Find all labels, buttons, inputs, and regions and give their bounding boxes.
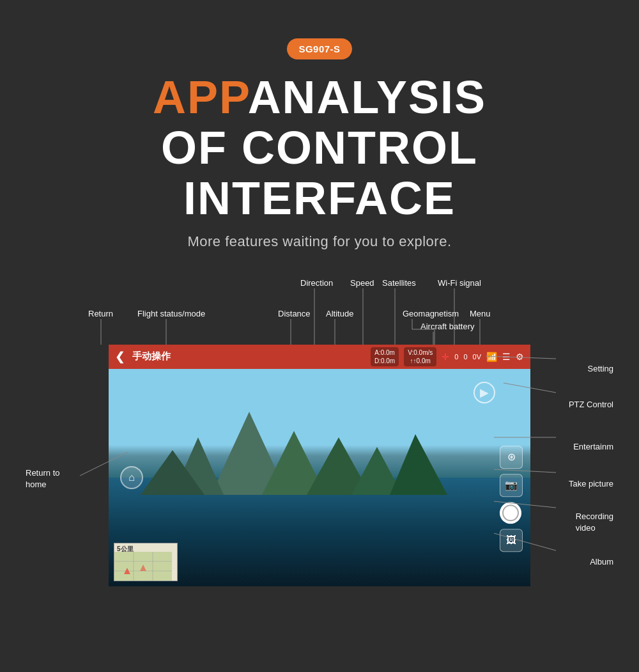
app-title-cn: 手动操作 (132, 350, 366, 363)
ptz-inner-icon: ▶ (480, 386, 489, 400)
ann-geomagnetism: Geomagnetism (403, 309, 459, 318)
status-group-v: V:0.0m/s ↑↑0.0m (404, 347, 436, 366)
title-line2: OF CONTROL INTERFACE (161, 122, 478, 224)
mountains-svg (109, 399, 530, 495)
ann-setting: Setting (588, 364, 613, 373)
ann-flight-mode: Flight status/mode (137, 309, 205, 318)
ann-ptz: PTZ Control (569, 400, 613, 409)
ann-record-video: Recordingvideo (576, 511, 613, 534)
record-video-button[interactable] (500, 502, 521, 524)
gps-icon: ✛ (442, 352, 449, 362)
ann-wifi: Wi-Fi signal (438, 278, 481, 288)
satellite-icon: 0 (454, 353, 458, 361)
return-home-button[interactable]: ⌂ (120, 466, 143, 489)
subtitle: More features waiting for you to explore… (26, 233, 613, 250)
home-icon: ⌂ (128, 472, 135, 483)
album-icon: 🖼 (506, 535, 516, 546)
ann-satellites: Satellites (382, 278, 416, 288)
ann-aircraft-battery: Aircraft battery (420, 322, 475, 331)
entertainment-icon: ⊛ (507, 451, 516, 463)
diagram-total: Direction Speed Satellites Wi-Fi signal (26, 276, 613, 672)
entertainment-button[interactable]: ⊛ (500, 446, 523, 469)
battery-label: 0V (473, 353, 481, 361)
top-row2-annotations: Return Flight status/mode Distance Altit… (26, 304, 613, 336)
ann-speed: Speed (350, 278, 374, 288)
title-part2: ANALYSIS (248, 72, 486, 123)
top-row1-annotations: Direction Speed Satellites Wi-Fi signal (26, 276, 613, 308)
take-picture-button[interactable]: 📷 (500, 474, 523, 497)
back-button[interactable]: ❮ (115, 350, 125, 364)
gear-icon: ⚙ (516, 352, 524, 362)
phone-frame: ❮ 手动操作 A:0.0m D:0.0m V:0.0m/s ↑↑0.0m (109, 345, 530, 586)
app-topbar: ❮ 手动操作 A:0.0m D:0.0m V:0.0m/s ↑↑0.0m (109, 345, 530, 369)
ann-direction: Direction (300, 278, 333, 288)
map-grid-svg (114, 552, 172, 581)
camera-icon: 📷 (505, 479, 518, 491)
ann-take-picture: Take picture (569, 479, 613, 488)
ann-return-home: Return tohome (26, 467, 59, 490)
list-icon: ☰ (502, 352, 511, 362)
zero-icon: 0 (463, 353, 467, 361)
main-title: APPANALYSIS OF CONTROL INTERFACE (26, 72, 613, 224)
app-ui: ❮ 手动操作 A:0.0m D:0.0m V:0.0m/s ↑↑0.0m (109, 345, 530, 586)
ann-altitude: Altitude (326, 309, 353, 318)
svg-marker-17 (390, 434, 447, 495)
status-a: A:0.0m D:0.0m (374, 348, 395, 365)
ann-album: Album (590, 557, 613, 567)
ann-return: Return (88, 309, 113, 318)
badge-container: SG907-S (0, 0, 639, 59)
title-highlight: APP (153, 72, 248, 123)
ann-menu: Menu (470, 309, 491, 318)
title-section: APPANALYSIS OF CONTROL INTERFACE More fe… (0, 72, 639, 256)
record-inner (502, 504, 519, 521)
ann-entertainment: Entertainm (573, 442, 613, 451)
status-v: V:0.0m/s ↑↑0.0m (408, 348, 433, 365)
camera-view: ▶ ⌂ ⊛ 📷 (109, 369, 530, 586)
ann-distance: Distance (278, 309, 311, 318)
diagram-container: Direction Speed Satellites Wi-Fi signal (0, 276, 639, 672)
map-thumbnail[interactable]: 5公里 (114, 543, 178, 581)
product-badge: SG907-S (287, 38, 351, 59)
topbar-icons: ✛ 0 0 0V 📶 ☰ ⚙ (442, 352, 524, 362)
album-button[interactable]: 🖼 (500, 529, 523, 552)
wifi-icon: 📶 (486, 352, 497, 362)
ptz-control-icon[interactable]: ▶ (473, 382, 495, 403)
right-action-buttons: ⊛ 📷 🖼 (500, 446, 523, 552)
status-group-ad: A:0.0m D:0.0m (371, 347, 399, 366)
